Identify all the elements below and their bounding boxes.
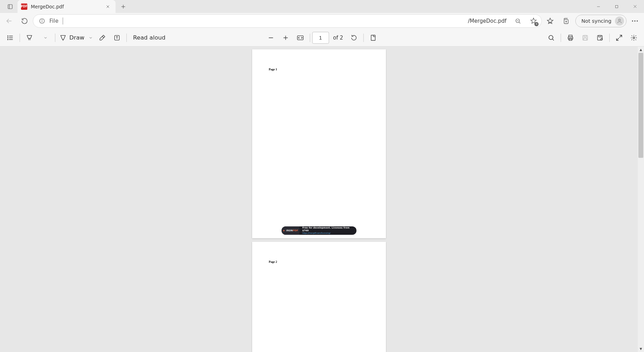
svg-point-58 xyxy=(633,37,635,38)
scrollbar-thumb[interactable] xyxy=(638,53,643,158)
refresh-button[interactable] xyxy=(18,14,32,28)
svg-point-24 xyxy=(618,19,620,21)
pdf-settings-button[interactable] xyxy=(626,30,641,45)
watermark-line2: https://ironpdf.com/licensing/ xyxy=(302,232,356,234)
logo-star-icon: ✷ xyxy=(283,229,285,232)
zoom-in-button[interactable] xyxy=(278,30,293,45)
collections-button[interactable] xyxy=(559,14,573,28)
toolbar-separator xyxy=(20,34,20,42)
add-text-button[interactable] xyxy=(110,30,124,45)
chevron-down-icon xyxy=(89,36,93,40)
close-window-button[interactable] xyxy=(626,0,644,13)
watermark: ✷ IRONPDF Free for development. Licenses… xyxy=(282,226,356,235)
tab-actions-button[interactable] xyxy=(3,0,18,13)
svg-point-31 xyxy=(8,36,8,36)
page-controls: of 2 xyxy=(263,29,381,47)
svg-point-32 xyxy=(8,37,8,38)
erase-button[interactable] xyxy=(95,30,110,45)
fullscreen-button[interactable] xyxy=(612,30,626,45)
rotate-button[interactable] xyxy=(347,30,361,45)
pdf-toolbar: Draw Read aloud of 2 xyxy=(0,29,644,47)
find-button[interactable] xyxy=(544,30,559,45)
contents-button[interactable] xyxy=(3,30,18,45)
svg-point-13 xyxy=(42,20,42,20)
vertical-scrollbar[interactable]: ▲ ▼ xyxy=(638,47,644,352)
zoom-reset-icon[interactable] xyxy=(512,15,524,27)
sync-status-label: Not syncing xyxy=(581,18,611,24)
profile-avatar-icon xyxy=(615,16,624,26)
toolbar-separator xyxy=(363,34,364,42)
tab-title: MergeDoc.pdf xyxy=(31,4,103,9)
address-bar[interactable]: File /MergeDoc.pdf + xyxy=(33,14,542,28)
svg-line-56 xyxy=(619,35,622,37)
svg-point-25 xyxy=(632,20,633,21)
svg-marker-18 xyxy=(547,18,553,23)
address-bar-row: File /MergeDoc.pdf + Not syncing xyxy=(0,13,644,29)
scroll-up-arrow-icon[interactable]: ▲ xyxy=(638,47,644,53)
page-total-label: of 2 xyxy=(333,35,343,41)
watermark-brand: IRONPDF xyxy=(286,229,298,232)
draw-button[interactable]: Draw xyxy=(57,34,95,41)
pen-icon xyxy=(60,34,67,41)
maximize-button[interactable] xyxy=(608,0,626,13)
toolbar-separator xyxy=(55,34,55,42)
minimize-button[interactable] xyxy=(589,0,608,13)
zoom-out-button[interactable] xyxy=(263,30,278,45)
svg-rect-48 xyxy=(569,35,572,37)
svg-rect-55 xyxy=(599,35,601,37)
toolbar-separator xyxy=(310,34,310,42)
pdf-viewport[interactable]: Page 1 ✷ IRONPDF Free for development. L… xyxy=(0,47,638,352)
fit-width-button[interactable] xyxy=(293,30,307,45)
pdf-favicon-icon: PDF xyxy=(21,3,27,10)
svg-rect-54 xyxy=(597,35,602,40)
toolbar-right-group xyxy=(544,30,641,45)
svg-rect-53 xyxy=(584,38,587,40)
url-prefix: File xyxy=(49,18,58,24)
toolbar-separator xyxy=(561,34,561,42)
site-info-icon[interactable] xyxy=(38,17,46,25)
profile-sync-button[interactable]: Not syncing xyxy=(575,15,626,27)
svg-line-47 xyxy=(553,39,554,40)
scroll-down-arrow-icon[interactable]: ▼ xyxy=(638,346,644,352)
highlight-dropdown[interactable] xyxy=(38,30,53,45)
page-heading: Page 1 xyxy=(269,68,277,71)
new-tab-button[interactable] xyxy=(116,0,131,13)
svg-line-57 xyxy=(617,38,619,40)
save-as-button[interactable] xyxy=(593,30,607,45)
svg-point-27 xyxy=(637,20,638,21)
svg-rect-52 xyxy=(584,35,587,37)
svg-rect-7 xyxy=(616,5,618,8)
pdf-page: Page 2 xyxy=(252,242,386,352)
page-heading: Page 2 xyxy=(269,260,277,263)
favorites-button[interactable] xyxy=(543,14,557,28)
svg-line-15 xyxy=(519,22,520,23)
print-button[interactable] xyxy=(563,30,578,45)
svg-point-33 xyxy=(8,39,8,40)
read-aloud-button[interactable]: Read aloud xyxy=(129,34,169,41)
url-display-path: /MergeDoc.pdf xyxy=(67,18,508,24)
toolbar-separator xyxy=(126,34,127,42)
back-button[interactable] xyxy=(2,14,16,28)
svg-point-46 xyxy=(549,35,553,40)
pdf-page: Page 1 ✷ IRONPDF Free for development. L… xyxy=(252,49,386,238)
svg-point-26 xyxy=(635,20,636,21)
watermark-logo: ✷ IRONPDF xyxy=(282,226,300,235)
plus-badge-icon: + xyxy=(534,22,539,26)
page-number-input[interactable] xyxy=(312,32,329,44)
add-favorite-button[interactable]: + xyxy=(527,15,539,27)
page-view-button[interactable] xyxy=(366,30,381,45)
settings-menu-button[interactable] xyxy=(628,14,642,28)
highlight-button[interactable] xyxy=(22,30,37,45)
watermark-line1: Free for development. Licenses from $749 xyxy=(302,227,356,232)
toolbar-separator xyxy=(609,34,610,42)
window-controls xyxy=(589,0,644,13)
draw-label: Draw xyxy=(69,34,84,41)
browser-tab[interactable]: PDF MergeDoc.pdf xyxy=(18,0,116,13)
save-button[interactable] xyxy=(578,30,593,45)
tab-strip: PDF MergeDoc.pdf xyxy=(0,0,644,13)
url-caret xyxy=(63,17,63,24)
close-tab-button[interactable] xyxy=(103,2,113,12)
svg-line-37 xyxy=(102,36,104,37)
svg-rect-45 xyxy=(371,35,375,40)
svg-rect-0 xyxy=(8,5,12,9)
